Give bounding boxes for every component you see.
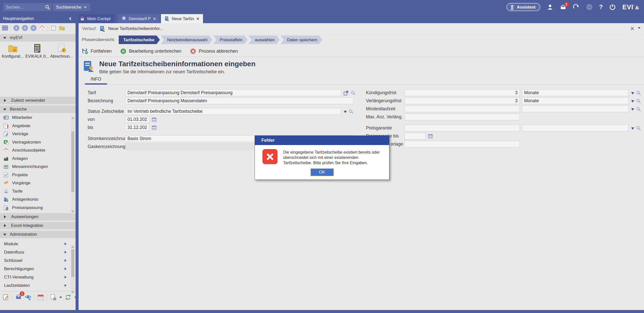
phase-daten-speichern[interactable]: Daten speichern bbox=[281, 36, 322, 44]
chevron-down-icon[interactable] bbox=[59, 297, 62, 300]
clipboard-pen-icon[interactable] bbox=[3, 294, 9, 301]
phase-tarifzeitscheibe[interactable]: Tarifzeitscheibe bbox=[119, 36, 160, 44]
tab-demotarif-preisanpassung[interactable]: Demotarif Preisanpa... bbox=[118, 14, 160, 23]
close-icon[interactable] bbox=[630, 26, 634, 31]
close-tab-icon[interactable] bbox=[196, 17, 199, 20]
admin-scrollbar[interactable] bbox=[71, 245, 75, 294]
calendar-picker-icon[interactable] bbox=[151, 125, 157, 130]
sidebar-item-tarife[interactable]: Tarife bbox=[0, 187, 76, 196]
verlauf-current-item[interactable]: Neue Tarifzeitscheibeninfor... bbox=[108, 26, 163, 31]
scroll-up-icon[interactable] bbox=[71, 245, 75, 249]
mindestlaufzeit-value-field[interactable] bbox=[404, 106, 520, 112]
prozess-abbrechen-button[interactable]: Prozess abbrechen bbox=[190, 48, 238, 54]
tile-evikalk[interactable]: EVIKALK 0... bbox=[25, 44, 49, 59]
new-folder-icon[interactable] bbox=[59, 25, 65, 31]
vorlage-field[interactable] bbox=[404, 141, 520, 148]
mindestlaufzeit-unit-field[interactable] bbox=[522, 106, 629, 112]
home-icon[interactable] bbox=[39, 25, 45, 31]
assistent-button[interactable]: Assistent bbox=[506, 3, 540, 11]
phase-netzbetreiberauswahl[interactable]: Netzbetreiberauswahl bbox=[161, 36, 213, 44]
section-auswertungen[interactable]: Auswertungen bbox=[0, 213, 76, 221]
tab-mein-cockpit[interactable]: Mein Cockpit bbox=[76, 14, 114, 23]
scroll-up-icon[interactable] bbox=[71, 116, 75, 120]
nav-up-icon[interactable] bbox=[30, 25, 37, 31]
lookup-icon[interactable] bbox=[351, 90, 356, 95]
ok-button[interactable]: OK bbox=[311, 168, 334, 176]
sidebar-item-vorgaenge[interactable]: Vorgänge bbox=[0, 179, 76, 187]
status-field[interactable] bbox=[125, 108, 341, 115]
bezeichnung-field[interactable] bbox=[125, 97, 353, 104]
section-bereiche[interactable]: Bereiche bbox=[0, 106, 76, 113]
calendar-picker-icon[interactable] bbox=[428, 133, 433, 139]
suchbereiche-button[interactable]: Suchbereiche bbox=[53, 3, 90, 11]
menu-icon[interactable] bbox=[2, 26, 8, 30]
redo-icon[interactable] bbox=[573, 4, 580, 10]
preisgarantie-bis-field[interactable] bbox=[404, 133, 426, 140]
section-excel-integration[interactable]: Excel-Integration bbox=[0, 222, 76, 229]
sidebar-item-messeinrichtungen[interactable]: Messeinrichtungen bbox=[0, 163, 76, 171]
bis-field[interactable] bbox=[125, 124, 149, 131]
sidebar-item-angebote[interactable]: Angebote bbox=[0, 122, 76, 130]
max-anz-verlaeng-field[interactable] bbox=[404, 114, 520, 120]
collapse-sidebar-icon[interactable] bbox=[68, 16, 73, 21]
scroll-down-icon[interactable] bbox=[71, 210, 75, 213]
inbox-icon[interactable]: 1 bbox=[560, 4, 566, 10]
document-gear-icon[interactable] bbox=[50, 294, 57, 301]
sidebar-item-anlagenkonto[interactable]: Anlagenkonto bbox=[0, 195, 76, 204]
help-icon[interactable]: ? bbox=[599, 4, 603, 11]
chevron-down-icon[interactable] bbox=[638, 27, 640, 30]
bearbeitung-unterbrechen-button[interactable]: Bearbeitung unterbrechen bbox=[120, 48, 181, 54]
sidebar-item-vertragskonten[interactable]: Vertragskonten bbox=[0, 138, 76, 147]
admin-item-schluessel[interactable]: Schlüssel bbox=[0, 256, 76, 265]
nav-forward-icon[interactable] bbox=[22, 25, 28, 31]
sidebar-item-mitarbeiter[interactable]: Mitarbeiter bbox=[0, 114, 76, 122]
calendar-icon[interactable] bbox=[37, 294, 44, 301]
lookup-icon[interactable] bbox=[636, 107, 641, 112]
kuendigungsfrist-unit-field[interactable] bbox=[522, 89, 629, 96]
globe-icon[interactable] bbox=[586, 4, 593, 10]
lookup-icon[interactable] bbox=[636, 98, 641, 103]
search-icon[interactable] bbox=[45, 5, 50, 10]
admin-item-laufzeitdaten[interactable]: Laufzeitdaten bbox=[0, 281, 76, 290]
kuendigungsfrist-value-field[interactable] bbox=[404, 89, 520, 96]
fortfahren-button[interactable]: Fortfahren bbox=[82, 48, 112, 54]
dropdown-icon[interactable] bbox=[344, 111, 347, 115]
preisgarantie-unit-field[interactable] bbox=[522, 125, 629, 131]
sidebar-item-vertraege[interactable]: Verträge bbox=[0, 130, 76, 138]
sidebar-item-anschlussobjekte[interactable]: Anschlussobjekte bbox=[0, 146, 76, 155]
preisgarantie-value-field[interactable] bbox=[404, 125, 520, 131]
verlaengerungsfrist-unit-field[interactable] bbox=[522, 97, 629, 104]
tile-abrechnung[interactable]: Abrechnun... bbox=[49, 44, 74, 59]
open-record-icon[interactable] bbox=[343, 90, 349, 96]
admin-item-datenfluss[interactable]: Datenfluss bbox=[0, 248, 76, 256]
search-input[interactable] bbox=[3, 3, 52, 11]
section-zuletzt-verwendet[interactable]: Zuletzt verwendet bbox=[0, 97, 76, 104]
scroll-down-icon[interactable] bbox=[71, 290, 75, 294]
inbox-icon[interactable]: 1 bbox=[15, 293, 22, 301]
section-administration[interactable]: Administration bbox=[0, 231, 76, 238]
sidebar-item-preisanpassung[interactable]: Preisanpassung bbox=[0, 204, 76, 212]
phase-auswaehlen[interactable]: auswählen bbox=[248, 36, 280, 44]
lookup-icon[interactable] bbox=[636, 90, 641, 95]
tab-neue-tarifzeitscheibe[interactable]: Neue Tarifzeitscheib... bbox=[161, 14, 203, 23]
tab-info[interactable]: INFO bbox=[85, 77, 107, 82]
sidebar-item-projekte[interactable]: Projekte bbox=[0, 171, 76, 179]
close-tab-icon[interactable] bbox=[153, 17, 156, 20]
section-myevi[interactable]: myEVI bbox=[0, 34, 76, 42]
bereiche-scrollbar[interactable] bbox=[71, 116, 75, 214]
tile-konfiguration[interactable]: Konfigurat... bbox=[1, 44, 25, 59]
user-icon[interactable] bbox=[547, 4, 553, 10]
dropdown-icon[interactable] bbox=[631, 92, 634, 96]
sync-icon[interactable] bbox=[65, 294, 72, 301]
von-field[interactable] bbox=[125, 116, 149, 123]
admin-item-module[interactable]: Module bbox=[0, 240, 76, 248]
calendar-picker-icon[interactable] bbox=[151, 117, 157, 122]
admin-item-cti-verwaltung[interactable]: CTI-Verwaltung bbox=[0, 273, 76, 281]
phase-preisstaffeln[interactable]: Preisstaffeln bbox=[213, 36, 248, 44]
verlaengerungsfrist-value-field[interactable] bbox=[404, 97, 520, 104]
dropdown-icon[interactable] bbox=[631, 127, 634, 131]
eye-star-icon[interactable] bbox=[25, 294, 31, 301]
dropdown-icon[interactable] bbox=[631, 108, 634, 112]
dropdown-icon[interactable] bbox=[631, 100, 634, 104]
admin-item-berechtigungen[interactable]: Berechtigungen bbox=[0, 265, 76, 273]
